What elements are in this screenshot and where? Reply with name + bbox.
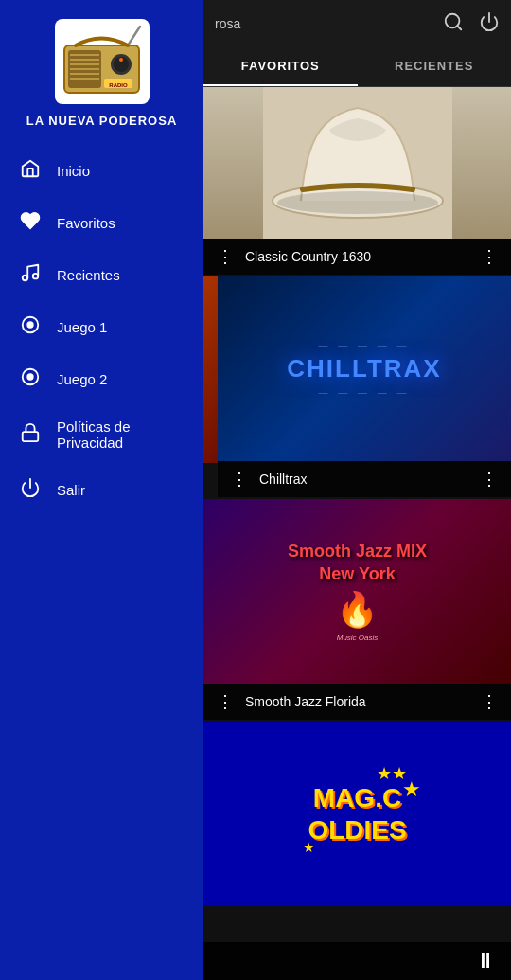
power-icon-header[interactable]	[479, 11, 500, 37]
station-list: ⋮ Classic Country 1630 ⋮ — — — — — CHILL…	[203, 87, 511, 972]
more-options-left-smoothjazz[interactable]: ⋮	[213, 691, 238, 712]
star-icon-3: ★	[303, 840, 315, 855]
main-header: rosa	[203, 0, 511, 47]
header-title: rosa	[215, 16, 240, 31]
chilltrax-logo-text: CHILLTRAX	[287, 354, 441, 383]
tabs-bar: FAVORITOS RECIENTES	[203, 47, 511, 87]
sidebar-item-favoritos[interactable]: Favoritos	[0, 197, 203, 249]
sidebar-label-inicio: Inicio	[57, 163, 90, 179]
svg-point-28	[277, 191, 438, 214]
svg-text:RADIO: RADIO	[109, 82, 128, 88]
more-options-left-chilltrax[interactable]: ⋮	[227, 469, 252, 490]
classic-country-image	[203, 87, 511, 239]
star-icon-2: ★	[402, 777, 421, 802]
station-card-classic-country[interactable]: ⋮ Classic Country 1630 ⋮	[203, 87, 511, 275]
sidebar-item-inicio[interactable]: Inicio	[0, 145, 203, 197]
more-options-right-smoothjazz[interactable]: ⋮	[477, 691, 502, 712]
sidebar-item-recientes[interactable]: Recientes	[0, 249, 203, 301]
svg-rect-21	[23, 432, 39, 441]
sidebar-label-juego1: Juego 1	[57, 319, 107, 335]
station-card-magic-oldies[interactable]: ★★ ★ MAG.COLDIES ★	[203, 722, 511, 906]
sidebar-label-favoritos: Favoritos	[57, 215, 115, 231]
search-icon[interactable]	[443, 11, 464, 37]
chilltrax-image: — — — — — CHILLTRAX — — — — —	[218, 276, 511, 461]
circle-dot-icon-1	[19, 314, 42, 340]
sidebar-item-juego2[interactable]: Juego 2	[0, 353, 203, 405]
tab-recientes[interactable]: RECIENTES	[358, 47, 512, 86]
tab-favoritos[interactable]: FAVORITOS	[203, 47, 358, 86]
magic-oldies-logo-text: MAG.COLDIES	[308, 782, 406, 846]
flame-icon: 🔥	[336, 590, 379, 630]
bottom-playback-bar: ⏸	[203, 942, 511, 980]
svg-point-15	[23, 276, 28, 281]
app-name-label: LA NUEVA PODEROSA	[26, 114, 178, 128]
smooth-jazz-image: Smooth Jazz MIXNew York 🔥 Music Oasis	[203, 499, 511, 684]
more-options-right-classic[interactable]: ⋮	[477, 246, 502, 267]
sidebar-label-salir: Salir	[57, 482, 85, 498]
station-bar-classic-country: ⋮ Classic Country 1630 ⋮	[203, 239, 511, 275]
lock-icon	[19, 422, 42, 448]
smooth-jazz-logo-text: Smooth Jazz MIXNew York	[288, 541, 427, 585]
more-options-left-classic[interactable]: ⋮	[213, 246, 238, 267]
station-name-smooth-jazz: Smooth Jazz Florida	[238, 694, 477, 709]
svg-point-16	[33, 274, 39, 279]
sidebar-item-juego1[interactable]: Juego 1	[0, 301, 203, 353]
nav-menu: Inicio Favoritos Recientes	[0, 145, 203, 516]
sidebar-label-juego2: Juego 2	[57, 371, 107, 387]
sidebar-item-salir[interactable]: Salir	[0, 464, 203, 516]
app-logo: RADIO	[55, 19, 150, 104]
header-icons	[443, 11, 500, 37]
svg-line-11	[128, 27, 140, 45]
pause-button[interactable]: ⏸	[475, 949, 496, 973]
station-card-smooth-jazz[interactable]: Smooth Jazz MIXNew York 🔥 Music Oasis ⋮ …	[203, 499, 511, 720]
svg-point-18	[27, 322, 33, 328]
svg-point-20	[27, 374, 33, 380]
home-icon	[19, 158, 42, 184]
svg-point-10	[119, 58, 123, 62]
sidebar-label-recientes: Recientes	[57, 267, 120, 283]
station-name-chilltrax: Chilltrax	[252, 472, 477, 487]
station-card-chilltrax[interactable]: — — — — — CHILLTRAX — — — — — ⋮ Chilltra…	[218, 276, 511, 497]
more-options-right-chilltrax[interactable]: ⋮	[477, 469, 502, 490]
power-icon-sidebar	[19, 477, 42, 503]
station-bar-chilltrax: ⋮ Chilltrax ⋮	[218, 461, 511, 497]
logo-area: RADIO LA NUEVA PODEROSA	[0, 9, 203, 135]
sidebar-item-privacidad[interactable]: Políticas de Privacidad	[0, 405, 203, 464]
music-icon	[19, 262, 42, 288]
main-content: rosa FAVORITOS RECIENTES	[203, 0, 511, 980]
magic-oldies-image: ★★ ★ MAG.COLDIES ★	[203, 722, 511, 906]
svg-line-24	[457, 26, 461, 29]
circle-dot-icon-2	[19, 366, 42, 392]
station-name-classic-country: Classic Country 1630	[238, 249, 477, 264]
heart-icon	[19, 210, 42, 236]
station-bar-smooth-jazz: ⋮ Smooth Jazz Florida ⋮	[203, 684, 511, 720]
sidebar: RADIO LA NUEVA PODEROSA Inicio	[0, 0, 203, 980]
sidebar-label-privacidad: Políticas de Privacidad	[57, 419, 185, 451]
